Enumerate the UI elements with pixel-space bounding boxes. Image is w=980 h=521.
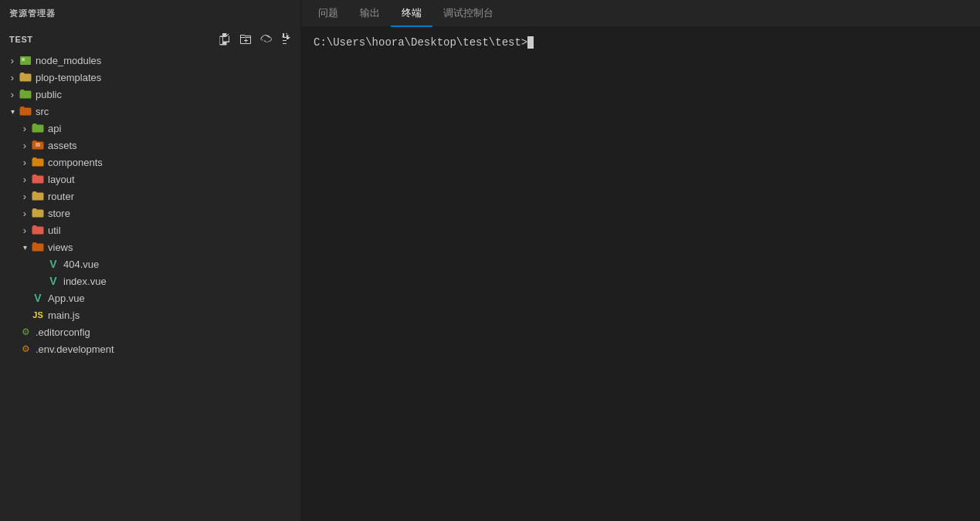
tree-label-indexvue: index.vue	[63, 276, 107, 287]
terminal-cursor	[527, 36, 534, 49]
tree-item-404vue[interactable]: V 404.vue	[0, 255, 300, 272]
tab-terminal[interactable]: 终端	[391, 0, 432, 27]
tree-arrow-src	[6, 105, 19, 117]
terminal-prompt: C:\Users\hoora\Desktop\test\test>	[314, 36, 968, 49]
folder-plop-icon	[19, 70, 32, 84]
tree-item-appvue[interactable]: V App.vue	[0, 289, 300, 306]
tree-label-views: views	[48, 242, 73, 253]
tree-arrow-api	[19, 122, 31, 134]
folder-components-icon	[31, 155, 45, 169]
tree-arrow-router	[19, 190, 31, 202]
tree-item-envdevelopment[interactable]: ⚙ .env.development	[0, 340, 300, 357]
sidebar-title: 资源管理器	[0, 0, 300, 27]
tree-arrow-store	[19, 207, 31, 219]
tree-arrow-layout	[19, 173, 31, 185]
tree-item-util[interactable]: util	[0, 222, 300, 239]
new-folder-button[interactable]	[237, 31, 254, 48]
tree-arrow-components	[19, 156, 31, 168]
folder-layout-icon	[31, 172, 45, 186]
vue-icon-app: V	[31, 291, 45, 305]
tree-label-layout: layout	[48, 174, 75, 185]
sidebar-header: TEST	[0, 27, 300, 52]
svg-rect-2	[36, 143, 40, 147]
tree-arrow-public	[6, 88, 19, 100]
svg-rect-1	[22, 58, 25, 61]
tree-label-envdevelopment: .env.development	[36, 343, 114, 355]
refresh-button[interactable]	[257, 31, 274, 48]
tree-label-router: router	[48, 191, 74, 202]
tree-item-plop-templates[interactable]: plop-templates	[0, 69, 300, 86]
tree-label-404vue: 404.vue	[63, 259, 99, 270]
folder-src-icon	[19, 104, 32, 118]
tab-debug-console[interactable]: 调试控制台	[432, 0, 504, 27]
tab-output[interactable]: 输出	[349, 0, 391, 27]
file-tree: node_modules plop-templates public	[0, 52, 300, 521]
tree-item-store[interactable]: store	[0, 205, 300, 222]
tree-item-mainjs[interactable]: JS main.js	[0, 306, 300, 323]
tree-label-appvue: App.vue	[48, 293, 85, 304]
sidebar: 资源管理器 TEST	[0, 0, 301, 521]
panel-tabs: 问题 输出 终端 调试控制台	[301, 0, 980, 27]
tree-item-router[interactable]: router	[0, 188, 300, 205]
js-icon-main: JS	[31, 308, 45, 322]
tree-label-plop-templates: plop-templates	[36, 72, 101, 83]
folder-util-icon	[31, 223, 45, 237]
new-file-button[interactable]	[217, 31, 234, 48]
project-name: TEST	[9, 35, 33, 44]
tree-label-node-modules: node_modules	[36, 55, 101, 66]
tree-arrow-plop-templates	[6, 71, 19, 83]
terminal-area[interactable]: C:\Users\hoora\Desktop\test\test>	[301, 27, 980, 521]
vue-icon-index: V	[46, 274, 60, 288]
tree-label-store: store	[48, 208, 70, 219]
tree-item-views[interactable]: views	[0, 239, 300, 255]
tree-item-assets[interactable]: assets	[0, 137, 300, 154]
folder-public-icon	[19, 87, 32, 101]
tab-problems[interactable]: 问题	[307, 0, 349, 27]
env-icon: ⚙	[19, 342, 32, 356]
tree-label-assets: assets	[48, 140, 77, 151]
tree-arrow-node-modules	[6, 54, 19, 66]
tree-item-public[interactable]: public	[0, 86, 300, 103]
tree-item-api[interactable]: api	[0, 120, 300, 137]
tree-label-editorconfig: .editorconfig	[36, 326, 90, 338]
tree-label-public: public	[36, 89, 62, 100]
tree-label-mainjs: main.js	[48, 310, 80, 321]
tree-item-src[interactable]: src	[0, 103, 300, 120]
folder-api-icon	[31, 121, 45, 135]
tree-item-components[interactable]: components	[0, 154, 300, 171]
terminal-path: C:\Users\hoora\Desktop\test\test>	[314, 36, 527, 49]
tree-label-src: src	[36, 106, 49, 117]
editorconfig-icon: ⚙	[19, 325, 32, 339]
folder-router-icon	[31, 189, 45, 203]
tree-item-node-modules[interactable]: node_modules	[0, 52, 300, 69]
vue-icon-404: V	[46, 257, 60, 271]
tree-arrow-views	[19, 241, 31, 253]
folder-store-icon	[31, 206, 45, 220]
tree-arrow-util	[19, 224, 31, 236]
folder-assets-icon	[31, 138, 45, 152]
collapse-button[interactable]	[277, 31, 294, 48]
tree-arrow-assets	[19, 139, 31, 151]
tree-item-layout[interactable]: layout	[0, 171, 300, 188]
node-modules-icon	[19, 53, 32, 67]
tree-label-util: util	[48, 225, 61, 236]
main-panel: 问题 输出 终端 调试控制台 C:\Users\hoora\Desktop\te…	[301, 0, 980, 521]
tree-item-editorconfig[interactable]: ⚙ .editorconfig	[0, 323, 300, 340]
tree-item-indexvue[interactable]: V index.vue	[0, 272, 300, 289]
tree-label-components: components	[48, 157, 103, 168]
tree-label-api: api	[48, 123, 61, 134]
folder-views-icon	[31, 240, 45, 254]
sidebar-actions	[217, 31, 294, 48]
